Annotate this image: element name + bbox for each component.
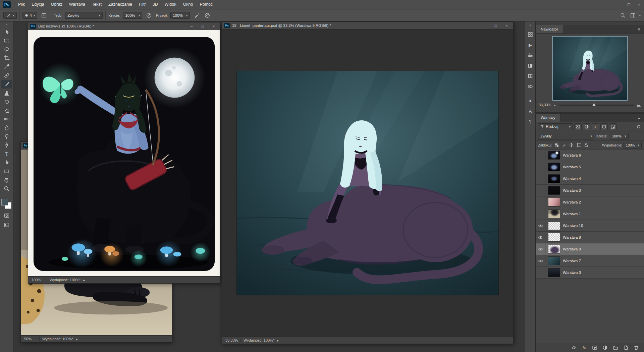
menu-okno[interactable]: Okno xyxy=(180,0,197,9)
doc-close-button[interactable]: × xyxy=(502,23,511,28)
layer-name[interactable]: Warstwa 7 xyxy=(563,259,581,263)
doc-maximize-button[interactable]: □ xyxy=(198,23,207,29)
mini-bridge-panel-button[interactable] xyxy=(526,31,535,39)
filter-shape-layers-button[interactable] xyxy=(600,123,608,130)
add-layer-mask-button[interactable] xyxy=(591,344,598,351)
doc1-titlebar[interactable]: Ps Bez nazwy-1 @ 100% (RGB/8) * – □ × xyxy=(28,22,220,30)
layer-thumbnail[interactable] xyxy=(548,233,560,242)
lock-position-button[interactable] xyxy=(569,142,575,148)
layer-row[interactable]: Warstwa 0 xyxy=(536,267,644,279)
layer-thumbnail[interactable] xyxy=(548,174,560,183)
panel-menu-icon[interactable]: ≡ xyxy=(634,25,644,33)
layer-row[interactable]: Warstwa 1 xyxy=(536,208,644,220)
tool-shape[interactable] xyxy=(1,167,12,176)
layer-visibility-toggle[interactable] xyxy=(536,232,545,243)
layer-visibility-toggle[interactable] xyxy=(536,255,545,267)
tool-preset-picker[interactable]: ▾ xyxy=(3,12,17,19)
window-minimize-button[interactable]: – xyxy=(614,0,624,9)
layer-row[interactable]: Warstwa 6 xyxy=(536,150,644,161)
quick-mask-button[interactable] xyxy=(1,212,12,219)
filtering-toggle[interactable] xyxy=(636,124,642,129)
color-panel-button[interactable]: ● xyxy=(526,97,535,105)
layer-visibility-toggle[interactable] xyxy=(536,220,545,231)
layer-name[interactable]: Warstwa 4 xyxy=(563,177,581,181)
menu-filtr[interactable]: Filtr xyxy=(136,0,149,9)
menu-tekst[interactable]: Tekst xyxy=(89,0,105,9)
layer-row[interactable]: Warstwa 3 xyxy=(536,185,644,196)
tool-blur[interactable] xyxy=(1,123,12,132)
layer-row[interactable]: Warstwa 4 xyxy=(536,173,644,185)
menu-plik[interactable]: Plik xyxy=(15,0,28,9)
clone-source-panel-button[interactable] xyxy=(526,82,535,91)
doc-minimize-button[interactable]: – xyxy=(480,23,489,28)
doc-close-button[interactable]: × xyxy=(209,23,218,29)
tool-brush[interactable] xyxy=(1,80,12,89)
tool-hand[interactable] xyxy=(1,176,12,184)
menu-3d[interactable]: 3D xyxy=(149,0,161,9)
layer-row[interactable]: Warstwa 5 xyxy=(536,161,644,173)
tool-eraser[interactable] xyxy=(1,106,12,115)
menu-widok[interactable]: Widok xyxy=(161,0,180,9)
lock-artboard-button[interactable] xyxy=(576,142,582,148)
doc1-zoom-field[interactable]: 100% xyxy=(30,278,47,282)
layer-style-button[interactable]: fx xyxy=(581,344,588,351)
airbrush-button[interactable] xyxy=(193,11,201,19)
delete-layer-button[interactable] xyxy=(633,344,640,351)
navigator-zoom-slider[interactable] xyxy=(559,105,634,106)
tool-zoom[interactable] xyxy=(1,184,12,193)
layer-row[interactable]: Warstwa 9 xyxy=(536,243,644,255)
actions-panel-button[interactable]: ▶ xyxy=(526,41,535,49)
layer-name[interactable]: Warstwa 3 xyxy=(563,188,581,192)
filter-adjustment-layers-button[interactable] xyxy=(583,123,590,130)
layer-thumbnail[interactable] xyxy=(548,256,560,265)
new-layer-button[interactable] xyxy=(623,344,629,351)
menu-zaznaczanie[interactable]: Zaznaczanie xyxy=(105,0,136,9)
status-arrow-icon[interactable]: ▸ xyxy=(76,337,77,341)
menu-edycja[interactable]: Edycja xyxy=(28,0,48,9)
tool-eyedropper[interactable] xyxy=(1,62,12,71)
expand-panels-icon[interactable]: « xyxy=(529,23,531,28)
link-layers-button[interactable] xyxy=(571,344,577,351)
paragraph-panel-button[interactable]: ¶ xyxy=(526,117,535,125)
layer-thumbnail[interactable] xyxy=(548,151,560,160)
status-arrow-icon[interactable]: ▸ xyxy=(277,339,279,342)
filter-pixel-layers-button[interactable] xyxy=(574,123,582,130)
new-group-button[interactable] xyxy=(612,344,619,351)
flow-field[interactable]: 100% ▾ xyxy=(170,12,190,19)
character-panel-button[interactable]: A xyxy=(526,107,535,115)
layer-visibility-toggle[interactable] xyxy=(536,243,545,255)
layer-visibility-toggle[interactable] xyxy=(536,150,545,161)
doc2-canvas-area[interactable] xyxy=(222,30,513,337)
layer-name[interactable]: Warstwa 8 xyxy=(563,235,581,239)
lock-image-pixels-button[interactable] xyxy=(561,142,567,148)
navigator-preview[interactable] xyxy=(552,36,628,101)
blend-mode-select[interactable]: Zwykły ▾ xyxy=(65,12,103,19)
foreground-color-swatch[interactable] xyxy=(1,199,8,206)
zoom-out-mountain-icon[interactable] xyxy=(553,103,557,107)
pressure-opacity-button[interactable] xyxy=(145,11,153,19)
filter-type-layers-button[interactable]: T xyxy=(592,123,599,130)
pressure-size-button[interactable] xyxy=(203,11,211,19)
doc2-titlebar[interactable]: Ps 18 - Lionel -pantertaur.psd @ 33,3% (… xyxy=(222,22,513,30)
layer-filter-kind-select[interactable]: Rodzaj ▾ xyxy=(538,123,573,130)
tool-rectangular-marquee[interactable] xyxy=(1,36,12,45)
tool-gradient[interactable] xyxy=(1,115,12,123)
layer-fill-field[interactable]: 100% ▾ xyxy=(624,142,642,149)
tool-spot-healing[interactable] xyxy=(1,71,12,80)
menu-pomoc[interactable]: Pomoc xyxy=(196,0,216,9)
layer-name[interactable]: Warstwa 2 xyxy=(563,200,581,204)
layer-visibility-toggle[interactable] xyxy=(536,208,545,220)
doc-maximize-button[interactable]: □ xyxy=(491,23,500,28)
lock-transparent-pixels-button[interactable] xyxy=(554,142,560,148)
layer-thumbnail[interactable] xyxy=(548,210,560,218)
navigator-tab[interactable]: Nawigator xyxy=(536,25,563,33)
tool-history-brush[interactable] xyxy=(1,97,12,106)
tool-type[interactable]: T xyxy=(1,150,12,158)
doc1-canvas[interactable] xyxy=(28,30,220,276)
toggle-brush-panel-button[interactable] xyxy=(40,11,48,19)
layer-opacity-field[interactable]: 100% ▾ xyxy=(610,133,629,139)
tool-pen[interactable] xyxy=(1,141,12,150)
layers-tab[interactable]: Warstwy xyxy=(536,114,560,122)
layer-name[interactable]: Warstwa 9 xyxy=(563,247,581,251)
layer-name[interactable]: Warstwa 5 xyxy=(563,165,581,169)
